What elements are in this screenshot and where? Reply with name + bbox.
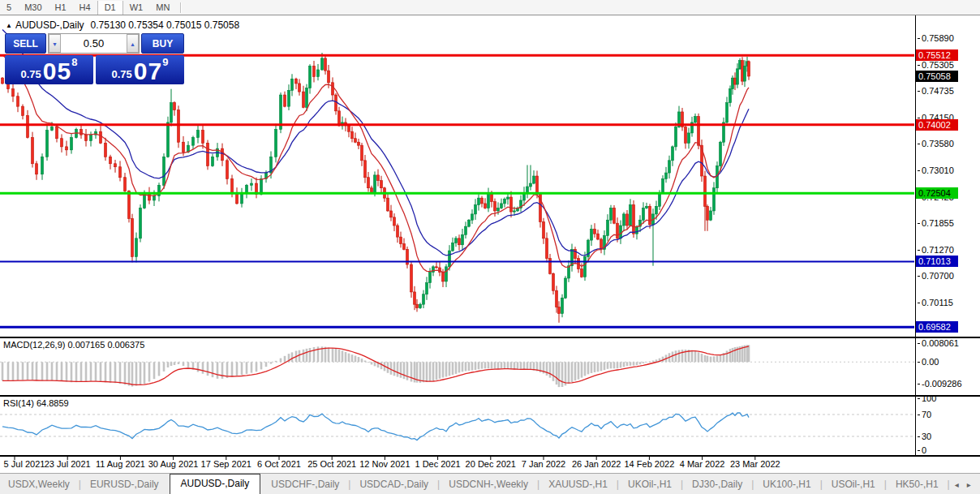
pane-resize-handle-bottom[interactable] (0, 455, 980, 457)
chart-tab-usoil-h1[interactable]: USOil-,H1 (823, 475, 883, 494)
chart-tab-audusd-daily[interactable]: AUDUSD-,Daily (170, 474, 261, 494)
tab-scroll-left-button[interactable]: ◂ (951, 480, 963, 494)
sell-button[interactable]: SELL (5, 33, 46, 54)
rsi-axis-tick: 0 (922, 445, 926, 455)
volume-input[interactable] (61, 34, 127, 53)
price-badge-0.69582: 0.69582 (916, 321, 958, 333)
date-axis-label: 26 Jan 2022 (572, 459, 621, 469)
chart-tab-usdcnh-weekly[interactable]: USDCNH-,Weekly (441, 475, 536, 494)
buy-price-pip: 9 (162, 56, 168, 68)
price-axis[interactable]: 0.758900.753050.747350.741500.735800.730… (915, 15, 980, 457)
rsi-indicator-label: RSI(14) 64.8859 (3, 398, 69, 408)
price-axis-tick: 0.71270 (922, 245, 954, 255)
price-axis-tick: 0.73010 (922, 165, 954, 175)
chart-tab-dj30-daily[interactable]: DJ30-,Daily (684, 475, 750, 494)
date-axis-label: 1 Dec 2021 (415, 459, 460, 469)
chart-tab-usdcad-daily[interactable]: USDCAD-,Daily (351, 475, 436, 494)
chart-tab-eurusd-daily[interactable]: EURUSD-,Daily (82, 475, 167, 494)
date-axis-label: 30 Aug 2021 (148, 459, 199, 469)
chart-ohlc-values: 0.75130 0.75354 0.75015 0.75058 (91, 19, 240, 31)
chart-tab-usdx-weekly[interactable]: USDX,Weekly (0, 475, 78, 494)
macd-axis-tick: 0.008061 (922, 338, 959, 348)
buy-button[interactable]: BUY (141, 33, 184, 54)
macd-indicator-label: MACD(12,26,9) 0.007165 0.006375 (3, 340, 144, 350)
date-axis-label: 25 Oct 2021 (307, 459, 356, 469)
timeframe-button-mn[interactable]: MN (149, 1, 176, 15)
chart-tab-usdchf-daily[interactable]: USDCHF-,Daily (263, 475, 347, 494)
sell-price-big: 05 (43, 60, 71, 83)
price-axis-tick: 0.73580 (922, 139, 954, 148)
date-axis-label: 14 Feb 2022 (625, 459, 675, 469)
buy-quote-panel[interactable]: 0.75 07 9 (96, 55, 184, 84)
macd-axis-tick: -0.009286 (922, 379, 962, 389)
timeframe-toolbar: 5M30H1H4D1W1MN (0, 0, 980, 15)
buy-price-main: 0.75 (112, 67, 132, 83)
pane-resize-handle-macd[interactable] (0, 337, 980, 338)
toolbar-separator (180, 2, 181, 13)
chart-tab-bar: USDX,Weekly|EURUSD-,DailyAUDUSD-,DailyUS… (0, 473, 980, 494)
price-axis-tick: 0.74735 (922, 86, 954, 96)
price-badge-0.75058: 0.75058 (916, 71, 958, 82)
chart-tab-ukoil-h1[interactable]: UKOil-,H1 (620, 475, 680, 494)
chart-title: ▲AUDUSD-,Daily0.75130 0.75354 0.75015 0.… (6, 19, 239, 31)
date-axis-label: 4 Mar 2022 (680, 459, 725, 469)
volume-decrease-button[interactable]: ▼ (49, 34, 61, 53)
buy-price-big: 07 (134, 60, 162, 83)
date-axis-label: 5 Jul 2021 (4, 459, 45, 469)
date-axis-label: 11 Aug 2021 (96, 459, 145, 469)
price-axis-tick: 0.70700 (922, 271, 954, 281)
volume-box: ▼ ▲ (48, 33, 140, 54)
date-axis-label: 7 Jan 2022 (522, 459, 565, 469)
rsi-axis-tick: 30 (922, 432, 931, 441)
price-badge-0.72504: 0.72504 (916, 187, 958, 199)
chart-tab-xauusd-h1[interactable]: XAUUSD-,H1 (540, 475, 616, 494)
sell-quote-panel[interactable]: 0.75 05 8 (5, 55, 93, 84)
sell-price-pip: 8 (71, 56, 77, 68)
volume-increase-button[interactable]: ▲ (127, 34, 139, 53)
timeframe-button-h4[interactable]: H4 (73, 1, 97, 15)
price-axis-tick: 0.71855 (922, 218, 954, 228)
price-axis-tick: 0.70115 (922, 298, 953, 307)
price-badge-0.71013: 0.71013 (916, 256, 958, 267)
price-axis-tick: 0.75305 (922, 60, 954, 70)
chart-tab-hk50-h1[interactable]: HK50-,H1 (888, 475, 947, 494)
tab-scroll-right-button[interactable]: ▸ (963, 480, 975, 494)
chart-symbol-label: AUDUSD-,Daily (15, 19, 84, 31)
timeframe-button-w1[interactable]: W1 (123, 1, 150, 15)
chart-tab-uk100-h1[interactable]: UK100-,H1 (754, 475, 819, 494)
date-axis-label: 23 Mar 2022 (730, 459, 780, 469)
trading-app-window: 5M30H1H4D1W1MN ▲AUDUSD-,Daily0.75130 0.7… (0, 0, 980, 494)
rsi-axis-tick: 70 (922, 410, 931, 419)
collapse-arrow-icon[interactable]: ▲ (6, 22, 12, 29)
price-badge-0.75512: 0.75512 (916, 49, 958, 61)
date-axis-label: 20 Dec 2021 (466, 459, 516, 469)
macd-axis-tick: 0.00 (922, 357, 939, 367)
price-badge-0.74002: 0.74002 (916, 119, 958, 131)
sell-price-main: 0.75 (21, 67, 41, 83)
one-click-trade-panel: SELL ▼ ▲ BUY 0.75 05 8 0.75 07 9 (5, 33, 184, 84)
date-axis-label: 6 Oct 2021 (257, 459, 301, 469)
date-axis-label: 12 Nov 2021 (359, 459, 410, 469)
date-axis-label: 17 Sep 2021 (201, 459, 251, 469)
timeframe-button-5[interactable]: 5 (0, 1, 18, 15)
date-axis-label: 23 Jul 2021 (45, 459, 91, 469)
timeframe-button-h1[interactable]: H1 (49, 1, 73, 15)
pane-resize-handle-rsi[interactable] (0, 395, 980, 397)
timeframe-button-d1[interactable]: D1 (97, 1, 123, 15)
timeframe-button-m30[interactable]: M30 (18, 1, 48, 15)
price-axis-tick: 0.75890 (922, 33, 954, 43)
